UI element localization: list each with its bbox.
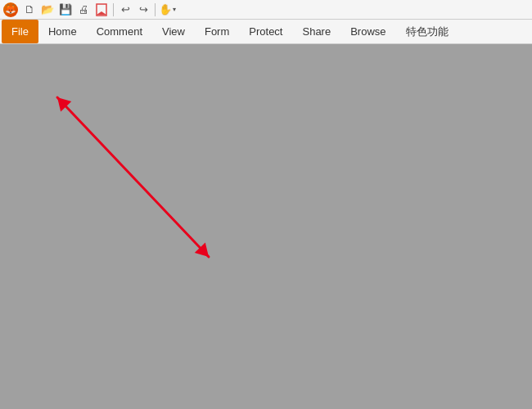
dropdown-arrow-icon: ▾ (173, 6, 176, 13)
menu-item-protect[interactable]: Protect (239, 20, 292, 43)
menubar: File Home Comment View Form Protect Shar… (0, 20, 532, 44)
menu-item-browse[interactable]: Browse (340, 20, 395, 43)
new-file-icon[interactable]: 🗋 (21, 2, 38, 18)
hand-tool-dropdown[interactable]: ✋ ▾ (159, 2, 175, 18)
annotation-layer (0, 44, 532, 409)
menu-item-special[interactable]: 特色功能 (396, 20, 458, 43)
menu-item-share[interactable]: Share (292, 20, 340, 43)
undo-icon[interactable]: ↩ (117, 2, 133, 18)
open-file-icon[interactable]: 📂 (39, 2, 56, 18)
menu-item-comment[interactable]: Comment (87, 20, 152, 43)
menu-item-form[interactable]: Form (195, 20, 239, 43)
document-area (0, 44, 532, 409)
svg-marker-1 (97, 11, 106, 15)
app-logo (3, 2, 18, 17)
print-icon[interactable]: 🖨 (75, 2, 92, 18)
toolbar-separator-2 (155, 3, 156, 16)
toolbar-separator-1 (113, 3, 114, 16)
hand-tool-icon: ✋ (159, 3, 172, 16)
quick-access-toolbar: 🗋 📂 💾 🖨 ↩ ↪ ✋ ▾ (0, 0, 532, 20)
bookmark-icon[interactable] (93, 2, 110, 18)
save-file-icon[interactable]: 💾 (57, 2, 74, 18)
menu-item-home[interactable]: Home (38, 20, 87, 43)
redo-icon[interactable]: ↪ (135, 2, 151, 18)
menu-item-view[interactable]: View (152, 20, 195, 43)
menu-item-file[interactable]: File (2, 20, 38, 43)
